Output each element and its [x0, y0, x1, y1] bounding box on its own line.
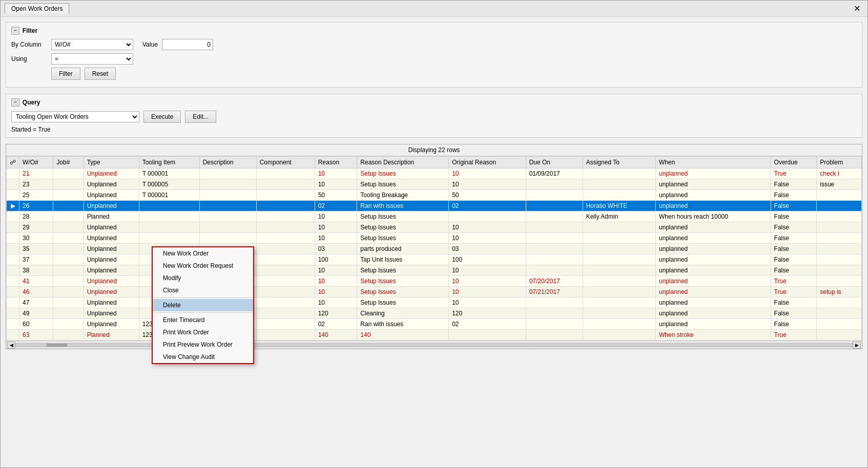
- table-cell: setup is: [817, 287, 862, 297]
- table-cell: 10: [449, 287, 526, 297]
- context-menu-enter-timecard[interactable]: Enter Timecard: [153, 314, 253, 326]
- filter-button[interactable]: Filter: [51, 68, 80, 80]
- open-work-orders-tab[interactable]: Open Work Orders: [5, 3, 69, 14]
- col-tooling[interactable]: Tooling Item: [139, 157, 199, 168]
- col-overdue[interactable]: Overdue: [771, 157, 817, 168]
- table-cell: 02: [449, 201, 526, 211]
- col-desc[interactable]: Description: [199, 157, 256, 168]
- context-menu-delete[interactable]: Delete: [153, 299, 253, 311]
- col-assigned[interactable]: Assigned To: [583, 157, 655, 168]
- edit-button[interactable]: Edit...: [185, 111, 216, 123]
- table-cell: Unplanned: [84, 319, 139, 330]
- scroll-right-arrow[interactable]: ▶: [853, 342, 861, 349]
- table-cell: [817, 233, 862, 244]
- col-reason-desc[interactable]: Reason Description: [357, 157, 449, 168]
- scrollbar-track[interactable]: [15, 343, 853, 347]
- table-row[interactable]: 25UnplannedT 00000150Tooling Breakage50u…: [7, 190, 862, 201]
- table-cell: False: [771, 201, 817, 211]
- col-reason[interactable]: Reason: [315, 157, 357, 168]
- table-cell: [526, 222, 583, 233]
- table-cell: When stroke: [656, 330, 771, 341]
- col-component[interactable]: Component: [256, 157, 315, 168]
- work-orders-table: ☍ W/O# Job# Type Tooling Item Descriptio…: [6, 156, 862, 341]
- col-job[interactable]: Job#: [53, 157, 84, 168]
- table-cell: False: [771, 254, 817, 265]
- scrollbar-thumb[interactable]: [47, 344, 67, 347]
- table-cell: [53, 190, 84, 201]
- table-cell: [199, 190, 256, 201]
- col-wo[interactable]: W/O#: [19, 157, 53, 168]
- work-orders-table-wrapper: Displaying 22 rows ☍ W/O# Job# Type Tool…: [6, 144, 862, 349]
- table-cell: unplanned: [656, 222, 771, 233]
- table-row[interactable]: 47Unplanned10Setup Issues10unplannedFals…: [7, 297, 862, 308]
- table-cell: [817, 308, 862, 319]
- table-row[interactable]: 41Unplanned10Setup Issues1007/20/2017unp…: [7, 276, 862, 287]
- table-cell: 28: [19, 211, 53, 222]
- col-orig-reason[interactable]: Original Reason: [449, 157, 526, 168]
- col-type[interactable]: Type: [84, 157, 139, 168]
- context-menu-close[interactable]: Close: [153, 284, 253, 296]
- col-due-on[interactable]: Due On: [526, 157, 583, 168]
- table-cell: [526, 244, 583, 254]
- row-indicator: [7, 254, 19, 265]
- table-cell: True: [771, 276, 817, 287]
- table-cell: [256, 319, 315, 330]
- table-cell: 10: [315, 276, 357, 287]
- query-collapse-btn[interactable]: −: [11, 98, 19, 107]
- row-indicator: [7, 308, 19, 319]
- table-cell: [139, 233, 199, 244]
- table-cell: Unplanned: [84, 297, 139, 308]
- context-menu-new-work-order-request[interactable]: New Work Order Request: [153, 260, 253, 272]
- table-cell: Planned: [84, 211, 139, 222]
- table-cell: [53, 308, 84, 319]
- table-cell: 29: [19, 222, 53, 233]
- filter-collapse-btn[interactable]: −: [11, 27, 19, 35]
- table-row[interactable]: 38Unplanned10Setup Issues10unplannedFals…: [7, 265, 862, 276]
- table-cell: [199, 233, 256, 244]
- context-menu-print-preview[interactable]: Print Preview Work Order: [153, 338, 253, 351]
- table-cell: 02: [315, 319, 357, 330]
- table-row[interactable]: 46Unplanned10Setup Issues1007/21/2017unp…: [7, 287, 862, 297]
- table-cell: False: [771, 233, 817, 244]
- table-row[interactable]: 35Unplanned03parts produced03unplannedFa…: [7, 244, 862, 254]
- table-row[interactable]: 49Unplanned120Cleaning120unplannedFalse: [7, 308, 862, 319]
- table-cell: [817, 265, 862, 276]
- filter-buttons-row: Filter Reset: [51, 68, 857, 80]
- table-row[interactable]: 63Planned123140140When strokeTrue: [7, 330, 862, 341]
- table-row[interactable]: 29Unplanned10Setup Issues10unplannedFals…: [7, 222, 862, 233]
- reset-button[interactable]: Reset: [85, 68, 116, 80]
- by-column-select[interactable]: W/O# Job# Type Tooling Item Description: [51, 39, 133, 50]
- table-cell: [817, 319, 862, 330]
- table-row[interactable]: 60Unplanned12302Ran with issues02unplann…: [7, 319, 862, 330]
- col-problem[interactable]: Problem: [817, 157, 862, 168]
- table-row[interactable]: 23UnplannedT 00000510Setup Issues10unpla…: [7, 179, 862, 190]
- context-menu-modify[interactable]: Modify: [153, 272, 253, 284]
- table-cell: 25: [19, 190, 53, 201]
- col-when[interactable]: When: [656, 157, 771, 168]
- horizontal-scrollbar[interactable]: ◀ ▶: [6, 341, 862, 349]
- table-cell: [53, 222, 84, 233]
- table-cell: Planned: [84, 330, 139, 341]
- context-menu-print-work-order[interactable]: Print Work Order: [153, 326, 253, 338]
- table-row[interactable]: 21UnplannedT 00000110Setup Issues1001/09…: [7, 168, 862, 179]
- close-button[interactable]: ✕: [851, 3, 863, 14]
- table-cell: False: [771, 211, 817, 222]
- table-cell: Horatio WHITE: [583, 201, 655, 211]
- table-row[interactable]: 30Unplanned10Setup Issues10unplannedFals…: [7, 233, 862, 244]
- table-row[interactable]: ▶26Unplanned02Ran with issues02Horatio W…: [7, 201, 862, 211]
- table-cell: When hours reach 10000: [656, 211, 771, 222]
- query-title: Query: [23, 99, 40, 106]
- table-cell: 50: [315, 190, 357, 201]
- table-cell: Unplanned: [84, 254, 139, 265]
- table-row[interactable]: 28Planned10Setup IssuesKelly AdminWhen h…: [7, 211, 862, 222]
- table-scroll-area[interactable]: ☍ W/O# Job# Type Tooling Item Descriptio…: [6, 156, 862, 341]
- execute-button[interactable]: Execute: [143, 111, 181, 123]
- query-select[interactable]: Tooling Open Work Orders All Work Orders: [11, 111, 139, 122]
- scroll-left-arrow[interactable]: ◀: [7, 342, 15, 349]
- context-menu-new-work-order[interactable]: New Work Order: [153, 247, 253, 260]
- using-select[interactable]: = != contains: [51, 53, 133, 65]
- context-menu-view-change-audit[interactable]: View Change Audit: [153, 351, 253, 363]
- value-input[interactable]: [162, 39, 213, 50]
- table-cell: 03: [449, 244, 526, 254]
- table-row[interactable]: 37Unplanned100Tap Unit Issues100unplanne…: [7, 254, 862, 265]
